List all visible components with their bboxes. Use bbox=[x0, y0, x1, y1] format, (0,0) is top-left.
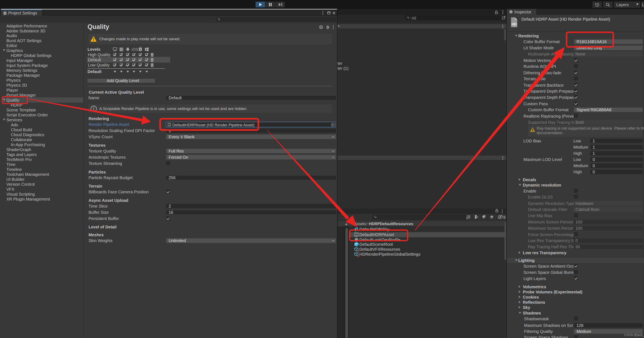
svg-text:?: ? bbox=[320, 26, 322, 29]
svg-text:HD: HD bbox=[512, 22, 517, 26]
svg-text:HTML: HTML bbox=[139, 47, 142, 48]
svg-text:5: 5 bbox=[140, 48, 141, 51]
svg-text:{}: {} bbox=[357, 255, 359, 257]
